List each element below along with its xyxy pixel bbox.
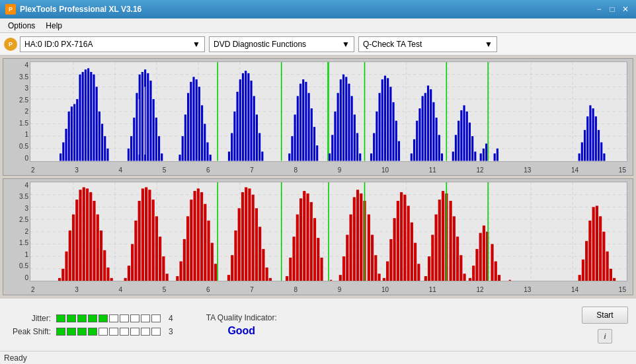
svg-rect-40 [128,149,130,161]
titlebar: P PlexTools Professional XL V3.16 − □ ✕ [0,0,636,18]
drive-select-group: P HA:0 ID:0 PX-716A ▼ [4,36,205,52]
titlebar-controls: − □ ✕ [594,4,631,15]
svg-rect-64 [204,124,206,161]
info-button[interactable]: i [598,329,612,344]
svg-rect-113 [387,78,389,161]
svg-rect-92 [316,145,318,161]
svg-rect-65 [206,142,208,161]
peak-seg-6 [109,328,118,336]
start-btn-section: Start i [582,307,628,344]
svg-rect-292 [495,261,497,281]
jitter-seg-2 [67,314,76,322]
drive-dropdown[interactable]: HA:0 ID:0 PX-716A ▼ [20,36,205,52]
svg-rect-192 [106,267,109,281]
svg-rect-112 [384,76,386,161]
main-area: 4 3.5 3 2.5 2 1.5 1 0.5 0 [0,55,636,298]
svg-rect-155 [603,153,605,161]
bottom-chart-x-axis: 2 3 4 5 6 7 8 9 10 11 12 13 14 15 [30,286,627,293]
svg-rect-244 [320,257,323,281]
svg-rect-32 [87,68,89,161]
peak-shift-value: 3 [169,327,173,336]
svg-rect-287 [479,233,482,281]
svg-rect-229 [258,227,261,281]
ta-quality-section: TA Quality Indicator: Good [206,313,277,337]
test-dropdown[interactable]: Q-Check TA Test ▼ [358,36,497,52]
dropdown-arrow-function: ▼ [342,40,350,49]
svg-rect-122 [422,96,424,161]
svg-rect-104 [356,133,358,161]
svg-rect-105 [359,153,361,161]
svg-rect-217 [211,242,214,281]
svg-rect-249 [346,235,348,281]
svg-rect-239 [303,191,305,281]
svg-rect-98 [340,79,342,161]
svg-rect-199 [141,188,144,281]
svg-rect-137 [469,123,471,161]
svg-rect-84 [294,114,296,161]
menu-options[interactable]: Options [3,20,40,32]
start-button[interactable]: Start [582,307,628,324]
svg-rect-132 [455,135,457,161]
app-icon: P [5,4,16,15]
svg-rect-138 [471,136,473,161]
svg-rect-186 [86,188,89,281]
svg-rect-227 [252,194,255,281]
bottom-panel: Jitter: 4 Peak Shift: [0,298,636,351]
close-button[interactable]: ✕ [620,4,631,15]
svg-rect-286 [475,248,478,281]
svg-rect-146 [578,153,580,161]
peak-seg-5 [99,328,108,336]
metrics-section: Jitter: 4 Peak Shift: [8,314,173,336]
minimize-button[interactable]: − [594,4,604,15]
svg-rect-215 [204,203,206,281]
function-dropdown[interactable]: DVD Diagnostic Functions ▼ [209,36,354,52]
svg-rect-58 [187,93,189,161]
svg-rect-197 [134,220,137,281]
svg-rect-257 [371,235,374,281]
dropdown-arrow-test: ▼ [485,40,493,49]
svg-rect-211 [190,200,192,281]
svg-rect-288 [483,225,485,281]
svg-rect-216 [207,220,210,281]
svg-rect-78 [256,114,258,161]
svg-rect-82 [288,153,290,161]
bottom-chart-y-axis: 4 3.5 3 2.5 2 1.5 1 0.5 0 [5,182,30,282]
menu-help[interactable]: Help [40,20,67,32]
svg-rect-50 [155,118,157,161]
svg-rect-31 [85,69,87,161]
svg-rect-205 [162,256,165,281]
svg-rect-276 [442,191,444,281]
top-chart-y-axis: 4 3.5 3 2.5 2 1.5 1 0.5 0 [5,61,30,162]
svg-rect-298 [588,220,591,281]
svg-rect-272 [428,256,430,281]
jitter-seg-9 [141,314,150,322]
svg-rect-60 [192,77,194,161]
svg-rect-295 [578,275,581,281]
svg-rect-301 [599,216,602,281]
svg-rect-41 [130,136,132,161]
svg-rect-201 [148,190,151,281]
jitter-seg-4 [88,314,97,322]
svg-rect-24 [65,129,67,161]
svg-rect-54 [144,87,145,155]
svg-rect-181 [69,230,71,281]
ta-quality-label: TA Quality Indicator: [206,313,277,322]
toolbar: P HA:0 ID:0 PX-716A ▼ DVD Diagnostic Fun… [0,33,636,55]
svg-rect-246 [330,279,332,281]
svg-rect-33 [90,72,92,161]
svg-rect-230 [262,248,264,281]
svg-rect-125 [430,89,432,161]
jitter-seg-5 [99,314,108,322]
svg-rect-283 [463,273,465,281]
svg-rect-225 [245,187,247,281]
svg-rect-281 [456,237,459,281]
maximize-button[interactable]: □ [607,4,617,15]
svg-rect-121 [418,108,420,161]
svg-rect-62 [198,87,200,161]
svg-rect-268 [411,222,413,281]
svg-rect-97 [337,93,339,161]
svg-rect-29 [79,75,81,161]
svg-rect-282 [459,255,462,281]
svg-rect-66 [210,155,212,161]
svg-rect-80 [261,151,263,161]
